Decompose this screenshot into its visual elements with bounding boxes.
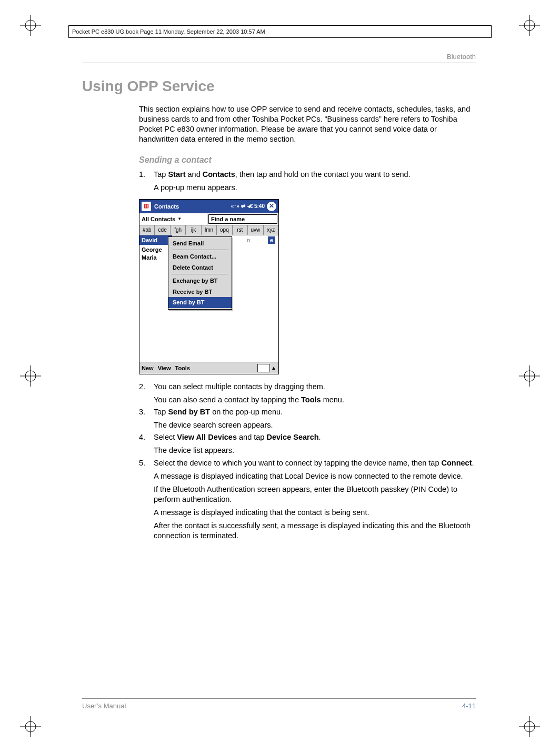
alpha-tab[interactable]: #ab	[139, 225, 155, 235]
step-content: Tap Start and Contacts, then tap and hol…	[154, 170, 476, 193]
menu-separator	[172, 250, 228, 250]
step-subtext: After the contact is successfully sent, …	[154, 521, 476, 541]
menu-tools[interactable]: Tools	[175, 364, 191, 372]
menu-item-exchange-bt[interactable]: Exchange by BT	[168, 275, 232, 286]
step-content: Select View All Devices and tap Device S…	[154, 432, 476, 456]
category-dropdown[interactable]: All Contacts ▼	[139, 213, 207, 225]
crop-mark-icon	[519, 15, 540, 36]
crop-mark-icon	[519, 716, 540, 737]
start-flag-icon[interactable]: ⊞	[142, 202, 151, 211]
menu-item-send-email[interactable]: Send Email	[168, 238, 232, 249]
footer-left: User’s Manual	[82, 702, 126, 710]
intro-paragraph: This section explains how to use OPP ser…	[139, 104, 476, 145]
footer-rule	[82, 698, 476, 699]
device-screenshot: ⊞ Contacts «↑» ⇄ ◂€ 5:40 ✕ All Contacts …	[139, 199, 279, 374]
running-head: Bluetooth	[82, 53, 476, 61]
find-input[interactable]: Find a name	[208, 214, 277, 224]
tray-icons: «↑» ⇄	[231, 203, 245, 210]
section-heading: Sending a contact	[139, 154, 476, 165]
context-menu[interactable]: Send Email Beam Contact... Delete Contac…	[168, 236, 232, 310]
page-title: Using OPP Service	[82, 78, 476, 95]
alpha-tab[interactable]: cde	[155, 225, 170, 235]
alpha-tab[interactable]: opq	[217, 225, 232, 235]
contact-list[interactable]: David George Maria	[139, 235, 172, 362]
crop-mark-icon	[20, 716, 41, 737]
step-subtext: A message is displayed indicating that L…	[154, 471, 476, 481]
alpha-tab[interactable]: rst	[233, 225, 248, 235]
system-tray: «↑» ⇄ ◂€ 5:40	[231, 203, 265, 210]
menu-new[interactable]: New	[142, 364, 154, 372]
step-number: 3.	[139, 407, 154, 430]
step-number: 4.	[139, 432, 154, 456]
alpha-tab[interactable]: lmn	[202, 225, 217, 235]
step-content: You can select multiple contacts by drag…	[154, 382, 476, 405]
clock: ◂€ 5:40	[247, 203, 265, 210]
step-subtext: The device list appears.	[154, 446, 476, 456]
step-content: Select the device to which you want to c…	[154, 458, 476, 481]
menu-item-send-bt[interactable]: Send by BT	[168, 297, 232, 308]
step-number: 2.	[139, 382, 154, 405]
titlebar: ⊞ Contacts «↑» ⇄ ◂€ 5:40 ✕	[139, 200, 278, 213]
keyboard-icon[interactable]	[257, 364, 270, 372]
alpha-tab[interactable]: xyz	[264, 225, 278, 235]
up-arrow-icon[interactable]: ▲	[271, 364, 276, 371]
crop-mark-icon	[519, 365, 540, 387]
menu-item-delete[interactable]: Delete Contact	[168, 262, 232, 273]
bottom-menubar[interactable]: New View Tools ▲	[139, 362, 278, 374]
menu-item-beam[interactable]: Beam Contact...	[168, 251, 232, 262]
list-item[interactable]: Maria	[142, 254, 170, 262]
step-number: 1.	[139, 170, 154, 193]
step-subtext: If the Bluetooth Authentication screen a…	[154, 484, 476, 504]
step-subtext: A message is displayed indicating that t…	[154, 508, 476, 518]
column-initials: n e	[247, 236, 275, 244]
menu-view[interactable]: View	[158, 364, 171, 372]
crop-mark-icon	[20, 365, 41, 387]
chevron-down-icon: ▼	[177, 216, 182, 222]
alpha-tab[interactable]: ijk	[186, 225, 201, 235]
alpha-tab[interactable]: uvw	[248, 225, 263, 235]
page-number: 4-11	[462, 702, 476, 710]
close-icon[interactable]: ✕	[267, 202, 276, 211]
alpha-tab[interactable]: fgh	[171, 225, 186, 235]
alpha-tabs[interactable]: #ab cde fgh ijk lmn opq rst uvw xyz	[139, 225, 278, 235]
print-header-strip: Pocket PC e830 UG.book Page 11 Monday, S…	[68, 25, 492, 38]
step-content: Tap Send by BT on the pop-up menu. The d…	[154, 407, 476, 430]
list-item[interactable]: David	[139, 235, 172, 245]
menu-item-receive-bt[interactable]: Receive by BT	[168, 286, 232, 298]
ordered-steps: 1. Tap Start and Contacts, then tap and …	[139, 170, 476, 193]
crop-mark-icon	[20, 15, 41, 36]
header-rule	[82, 63, 476, 63]
step-number: 5.	[139, 458, 154, 481]
ordered-steps-cont: 2. You can select multiple contacts by d…	[139, 382, 476, 481]
menu-separator	[172, 274, 228, 274]
step-subtext: A pop-up menu appears.	[154, 183, 476, 193]
app-title: Contacts	[154, 203, 231, 211]
list-item[interactable]: George	[142, 246, 170, 254]
step-subtext: The device search screen appears.	[154, 420, 476, 430]
print-header-text: Pocket PC e830 UG.book Page 11 Monday, S…	[72, 28, 265, 35]
